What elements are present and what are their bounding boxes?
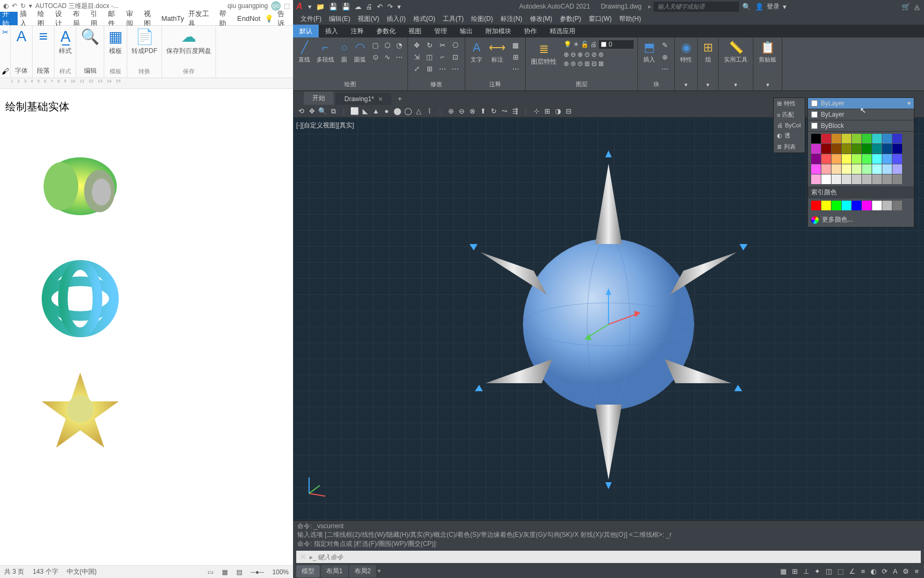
paint-icon[interactable]: 🖌	[2, 67, 9, 75]
grp-baidu[interactable]: ☁保存到百度网盘保存	[162, 26, 216, 78]
dim-button[interactable]: ⟷标注	[487, 40, 508, 65]
cloud-icon[interactable]: ☁	[353, 3, 363, 11]
color-swatch[interactable]	[862, 154, 872, 164]
cmd-input-row[interactable]: ✕ ▸_	[296, 551, 921, 563]
color-swatch[interactable]	[882, 154, 892, 164]
redo-icon[interactable]: ↷	[386, 3, 394, 11]
ucs-gizmo-icon[interactable]	[304, 472, 330, 499]
menu-file[interactable]: 文件(F)	[297, 13, 325, 25]
index-swatch[interactable]	[842, 201, 851, 210]
color-swatch[interactable]	[842, 174, 851, 184]
color-swatch[interactable]	[852, 154, 861, 164]
3d-model[interactable]	[427, 148, 790, 490]
color-swatch[interactable]	[882, 134, 892, 143]
tab-review[interactable]: 审阅	[124, 12, 142, 25]
tab-tellme-icon[interactable]: 💡	[263, 12, 275, 25]
index-swatch[interactable]	[811, 201, 821, 210]
layer-select[interactable]: 0	[598, 40, 634, 49]
color-swatch[interactable]	[862, 174, 872, 184]
color-swatch[interactable]	[862, 144, 872, 154]
grp-para[interactable]: ≡段落	[33, 26, 55, 78]
color-swatch[interactable]	[842, 164, 851, 174]
lang[interactable]: 中文(中国)	[67, 567, 97, 576]
filetab-drawing[interactable]: Drawing1*✕	[336, 93, 391, 105]
tab-endnote[interactable]: EndNot	[235, 12, 263, 25]
color-swatch[interactable]	[821, 144, 831, 154]
color-swatch[interactable]	[811, 174, 821, 184]
orbit-icon[interactable]: ⟲	[296, 107, 306, 116]
color-swatch[interactable]	[882, 174, 892, 184]
color-swatch[interactable]	[821, 134, 831, 143]
user-icon[interactable]: 👤	[754, 3, 765, 11]
color-swatch[interactable]	[872, 164, 882, 174]
saveas-icon[interactable]: 💾	[341, 3, 351, 11]
color-swatch[interactable]	[872, 154, 882, 164]
sun-icon[interactable]: ☀	[573, 41, 579, 48]
color-swatch[interactable]	[852, 134, 861, 143]
more-colors[interactable]: 更多颜色...	[808, 212, 914, 227]
grp-style[interactable]: A̲样式样式	[55, 26, 76, 78]
index-swatch[interactable]	[821, 201, 831, 210]
search-input[interactable]: 输入关键字或短语	[653, 2, 739, 12]
color-swatch[interactable]	[821, 164, 831, 174]
close-cmd-icon[interactable]: ✕	[299, 552, 306, 562]
color-swatch[interactable]	[811, 164, 821, 174]
color-swatch[interactable]	[852, 144, 861, 154]
color-swatch[interactable]	[811, 154, 821, 164]
circle-button[interactable]: ○圆	[338, 40, 350, 65]
autocad-logo-icon[interactable]: A	[296, 2, 303, 11]
menu-format[interactable]: 格式(O)	[410, 13, 438, 25]
color-swatch[interactable]	[862, 134, 872, 143]
menu-edit[interactable]: 编辑(E)	[326, 13, 353, 25]
add-layout-icon[interactable]: +	[377, 567, 381, 575]
annot-small[interactable]: ▦⊞⋯	[510, 40, 522, 74]
menu-draw[interactable]: 绘图(D)	[468, 13, 496, 25]
layerprops-button[interactable]: ≣图层特性	[529, 41, 559, 67]
plot-icon[interactable]: 🖨	[365, 3, 374, 11]
color-swatch[interactable]	[842, 144, 851, 154]
revolve-icon[interactable]: ↻	[489, 107, 498, 116]
dd-icon[interactable]: ▾	[782, 3, 788, 11]
viewport-label[interactable]: [-][自定义视图][真实]	[296, 121, 354, 130]
color-swatch[interactable]	[892, 144, 902, 154]
rtab-insert[interactable]: 插入	[319, 25, 344, 38]
index-swatch[interactable]	[852, 201, 861, 210]
modify-grid[interactable]: ✥↻✂⎔⇲◫⌐⊡⤢⊞⋯⋯	[411, 40, 461, 74]
color-swatch[interactable]	[882, 164, 892, 174]
menu-view[interactable]: 视图(V)	[355, 13, 382, 25]
util-button[interactable]: 📏实用工具	[722, 40, 750, 65]
color-byblock[interactable]: ByBlock	[808, 120, 914, 132]
plot-icon[interactable]: 🖨	[590, 41, 597, 48]
cmd-input[interactable]	[317, 552, 918, 562]
color-swatch[interactable]	[872, 144, 882, 154]
extrude-icon[interactable]: ⬆	[478, 107, 488, 116]
tab-layout[interactable]: 布局	[71, 12, 88, 25]
a360-icon[interactable]: ◬	[913, 3, 921, 11]
props-button[interactable]: ◉特性	[678, 40, 694, 65]
transp-icon[interactable]: ◐	[868, 567, 879, 575]
tab-model[interactable]: 模型	[296, 565, 320, 577]
view-read-icon[interactable]: ▭	[207, 568, 213, 576]
osnap-icon[interactable]: ◫	[823, 567, 834, 575]
draw-small[interactable]: ▢⬡◔⊙∿⋯	[370, 40, 404, 62]
tab-refs[interactable]: 引用	[88, 12, 106, 25]
tab-layout2[interactable]: 布局2	[349, 565, 376, 577]
ucs-icon[interactable]: ⊹	[532, 107, 541, 116]
word-count[interactable]: 143 个字	[33, 567, 58, 576]
rtab-param[interactable]: 参数化	[370, 25, 402, 38]
rtab-output[interactable]: 输出	[453, 25, 479, 38]
line-button[interactable]: ╱直线	[296, 40, 312, 65]
rtab-featured[interactable]: 精选应用	[543, 25, 582, 38]
login-link[interactable]: 登录	[767, 2, 780, 11]
props-list[interactable]: ≣ 列表	[774, 141, 805, 153]
pline-button[interactable]: ⌐多段线	[314, 40, 336, 65]
rtab-view[interactable]: 视图	[402, 25, 428, 38]
subtract-icon[interactable]: ⊖	[457, 107, 466, 116]
color-swatch[interactable]	[831, 164, 841, 174]
tab-insert[interactable]: 插入	[18, 12, 35, 25]
color-swatch[interactable]	[852, 164, 861, 174]
index-swatch[interactable]	[872, 201, 882, 210]
color-swatch[interactable]	[831, 144, 841, 154]
filetab-start[interactable]: 开始	[304, 92, 334, 105]
tab-help[interactable]: 帮助	[217, 12, 235, 25]
